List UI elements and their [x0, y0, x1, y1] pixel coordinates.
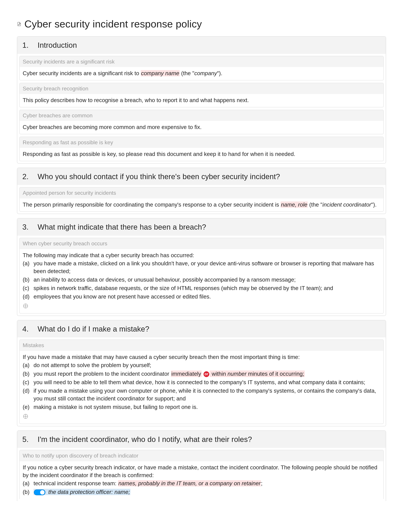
section-header[interactable]: 4. What do I do if I make a mistake? — [17, 320, 386, 338]
list-item: (a)technical incident response team: nam… — [23, 479, 380, 488]
toggle-wrap: the data protection officer: name; — [33, 489, 130, 495]
clause-text: "). — [217, 70, 222, 76]
clause[interactable]: Security incidents are a significant ris… — [19, 56, 384, 80]
section-num: 5. — [22, 434, 31, 445]
list-item: (d)employees that you know are not prese… — [23, 292, 380, 301]
list-marker: (c) — [23, 284, 31, 292]
list-marker: (b) — [23, 276, 31, 284]
list-marker: (e) — [23, 403, 31, 411]
list-text: you have made a mistake, clicked on a li… — [33, 260, 380, 275]
clause-header: Mistakes — [20, 340, 383, 351]
edit-doc-icon — [17, 22, 21, 26]
section-body: Who to notify upon discovery of breach i… — [17, 448, 386, 501]
clause-lead: The following may indicate that a cyber … — [23, 251, 380, 259]
list-marker: (b) — [23, 488, 31, 496]
clause[interactable]: Who to notify upon discovery of breach i… — [19, 450, 384, 499]
toggle-knob — [40, 490, 44, 494]
highlight[interactable]: within number minutes of it occurring; — [210, 370, 305, 377]
defined-term: incident coordinator — [322, 202, 371, 208]
doc-title: Cyber security incident response policy — [24, 17, 202, 31]
clause-body: If you have made a mistake that may have… — [20, 351, 383, 424]
clause-body: The person primarily responsible for coo… — [20, 198, 383, 211]
section-header[interactable]: 3. What might indicate that there has be… — [17, 218, 386, 236]
clause-header: Security breach recognition — [20, 83, 383, 94]
clause-lead: If you have made a mistake that may have… — [23, 353, 380, 361]
clause-header: Cyber breaches are common — [20, 110, 383, 121]
section-num: 2. — [22, 171, 31, 182]
list-text: you must report the problem to the incid… — [33, 370, 380, 378]
section-title: I'm the incident coordinator, who do I n… — [38, 434, 252, 445]
clause-header: Responding as fast as possible is key — [20, 137, 383, 148]
clause[interactable]: Security breach recognition This policy … — [19, 83, 384, 107]
section-4: 4. What do I do if I make a mistake? Mis… — [17, 320, 386, 426]
clause-header: Security incidents are a significant ris… — [20, 56, 383, 67]
section-body: Security incidents are a significant ris… — [17, 54, 386, 163]
add-item-icon[interactable] — [23, 414, 28, 419]
list-text: if you made a mistake using your own com… — [33, 387, 380, 402]
clause[interactable]: Responding as fast as possible is key Re… — [19, 137, 384, 161]
clause-header: Appointed person for security incidents — [20, 187, 383, 198]
list-text-part: within — [210, 371, 227, 377]
list-item: (d)if you made a mistake using your own … — [23, 386, 380, 403]
highlight[interactable]: immediately — [171, 370, 202, 377]
section-title: Who you should contact if you think ther… — [38, 171, 280, 182]
list-text-part: you must report the problem to the incid… — [33, 371, 171, 377]
list-text: you will need to be able to tell them wh… — [33, 378, 380, 386]
section-body: Mistakes If you have made a mistake that… — [17, 337, 386, 426]
variable[interactable]: names, probably in the IT team, or a com… — [118, 480, 261, 487]
section-num: 3. — [22, 222, 31, 232]
clause-text: "). — [371, 202, 377, 208]
clause-body: Cyber security incidents are a significa… — [20, 67, 383, 80]
list-item: (e)making a mistake is not system misuse… — [23, 403, 380, 411]
list-marker: (a) — [23, 480, 31, 487]
list-text: technical incident response team: names,… — [33, 480, 380, 487]
clause-text: The person primarily responsible for coo… — [23, 202, 281, 208]
list-item: (c)spikes in network traffic, database r… — [23, 284, 380, 292]
section-header[interactable]: 1. Introduction — [17, 37, 386, 54]
list-marker: (d) — [23, 387, 31, 402]
section-title: Introduction — [38, 40, 77, 51]
variable[interactable]: name — [114, 489, 128, 495]
page: Cyber security incident response policy … — [0, 0, 403, 501]
section-title: What do I do if I make a mistake? — [38, 324, 149, 334]
doc-title-row: Cyber security incident response policy — [17, 17, 386, 31]
list-marker: (d) — [23, 293, 31, 301]
list-marker: (c) — [23, 378, 31, 386]
clause[interactable]: Appointed person for security incidents … — [19, 187, 384, 212]
list-text-part: ; — [128, 489, 130, 495]
clause[interactable]: Cyber breaches are common Cyber breaches… — [19, 110, 384, 134]
section-title: What might indicate that there has been … — [38, 222, 206, 232]
variable[interactable]: number — [227, 371, 246, 377]
list-text-part: minutes of it occurring; — [246, 371, 304, 377]
list-text-part: the data protection officer: — [47, 489, 114, 495]
list-text: spikes in network traffic, database requ… — [33, 284, 380, 292]
section-header[interactable]: 5. I'm the incident coordinator, who do … — [17, 431, 386, 448]
list-item: (b)you must report the problem to the in… — [23, 370, 380, 378]
list-text-part: ; — [261, 480, 263, 487]
defined-term: company — [194, 70, 217, 76]
clause-header: When cyber security breach occurs — [20, 238, 383, 249]
clause-text: (the " — [308, 202, 322, 208]
list-item: (b) the data protection officer: name; — [23, 488, 380, 496]
section-5: 5. I'm the incident coordinator, who do … — [17, 431, 386, 501]
or-pill[interactable]: or — [203, 371, 209, 377]
clause-body: Cyber breaches are becoming more common … — [20, 121, 383, 134]
variable[interactable]: company name — [141, 70, 180, 76]
clause-body: Responding as fast as possible is key, s… — [20, 148, 383, 161]
toggle-on[interactable] — [34, 489, 45, 495]
list-marker: (a) — [23, 260, 31, 275]
section-body: When cyber security breach occurs The fo… — [17, 236, 386, 316]
list-text: do not attempt to solve the problem by y… — [33, 361, 380, 369]
list-text: an inability to access data or devices, … — [33, 276, 380, 284]
clause[interactable]: When cyber security breach occurs The fo… — [19, 238, 384, 314]
clause[interactable]: Mistakes If you have made a mistake that… — [19, 340, 384, 424]
variable[interactable]: name, role — [281, 202, 308, 208]
section-header[interactable]: 2. Who you should contact if you think t… — [17, 168, 386, 185]
clause-text: Cyber security incidents are a significa… — [23, 70, 141, 76]
add-item-icon[interactable] — [23, 304, 28, 309]
section-num: 4. — [22, 324, 31, 334]
list-text: making a mistake is not system misuse, b… — [33, 403, 380, 411]
section-3: 3. What might indicate that there has be… — [17, 218, 386, 316]
clause-lead: If you notice a cyber security breach in… — [23, 464, 380, 479]
clause-text: (the " — [180, 70, 194, 76]
